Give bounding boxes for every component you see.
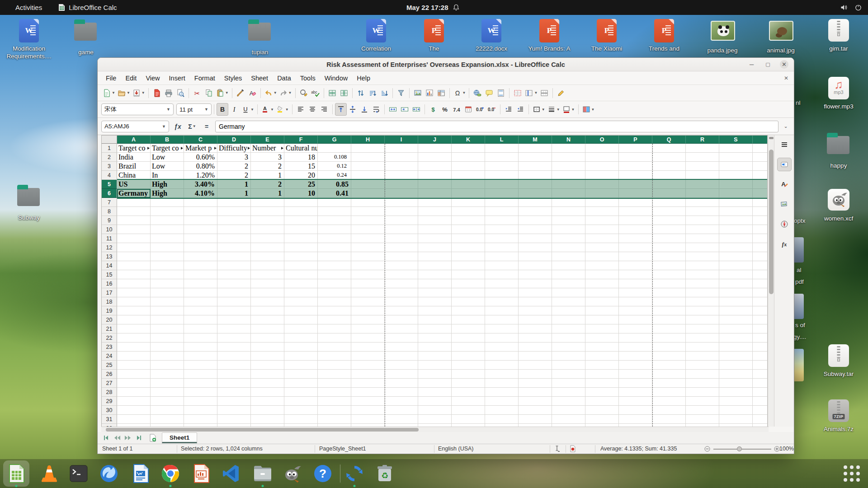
cell-M16[interactable] <box>519 279 552 288</box>
cell-L14[interactable] <box>485 261 519 270</box>
cell-I21[interactable] <box>385 324 418 333</box>
cell-R29[interactable] <box>686 397 719 406</box>
cell-T25[interactable] <box>753 361 768 370</box>
cell-Q27[interactable] <box>652 379 686 388</box>
column-header-F[interactable]: F <box>284 136 318 144</box>
cell-G15[interactable] <box>318 270 351 279</box>
cell-I1[interactable] <box>385 144 418 153</box>
cell-Q14[interactable] <box>652 261 686 270</box>
cell-S20[interactable] <box>719 315 753 324</box>
cell-A27[interactable] <box>117 379 151 388</box>
cell-D23[interactable] <box>217 343 251 352</box>
cell-R24[interactable] <box>686 352 719 361</box>
cell-A28[interactable] <box>117 388 151 397</box>
previous-sheet-icon[interactable] <box>112 433 122 442</box>
cell-Q30[interactable] <box>652 406 686 415</box>
cell-M9[interactable] <box>519 216 552 225</box>
cell-F20[interactable] <box>284 315 318 324</box>
cell-P18[interactable] <box>619 297 652 306</box>
cell-E5[interactable]: 2 <box>251 180 284 189</box>
cell-B27[interactable] <box>151 379 184 388</box>
cell-C5[interactable]: 3.40% <box>184 180 217 189</box>
row-header-3[interactable]: 3 <box>102 162 117 171</box>
save-button[interactable]: ▼ <box>131 87 146 99</box>
cell-N12[interactable] <box>552 243 585 252</box>
add-sheet-icon[interactable] <box>147 433 158 442</box>
cell-T16[interactable] <box>753 279 768 288</box>
cell-M26[interactable] <box>519 370 552 379</box>
cell-D30[interactable] <box>217 406 251 415</box>
cell-J31[interactable] <box>418 415 452 424</box>
increase-indent-button[interactable] <box>503 103 514 116</box>
cell-H3[interactable] <box>351 162 385 171</box>
cell-I6[interactable] <box>385 189 418 198</box>
cell-P11[interactable] <box>619 234 652 243</box>
cell-F6[interactable]: 10 <box>284 189 318 198</box>
cell-B25[interactable] <box>151 361 184 370</box>
cell-H5[interactable] <box>351 180 385 189</box>
hyperlink-button[interactable] <box>472 87 483 99</box>
cell-N25[interactable] <box>552 361 585 370</box>
cell-E17[interactable] <box>251 288 284 297</box>
cell-A9[interactable] <box>117 216 151 225</box>
cell-R1[interactable] <box>686 144 719 153</box>
cell-F21[interactable] <box>284 324 318 333</box>
clear-formatting-button[interactable]: A <box>246 87 258 99</box>
cell-C7[interactable] <box>184 198 217 207</box>
cell-S8[interactable] <box>719 207 753 216</box>
cell-N31[interactable] <box>552 415 585 424</box>
cell-L13[interactable] <box>485 252 519 261</box>
cell-T26[interactable] <box>753 370 768 379</box>
cell-N20[interactable] <box>552 315 585 324</box>
cell-K14[interactable] <box>452 261 485 270</box>
cell-F18[interactable] <box>284 297 318 306</box>
row-header-22[interactable]: 22 <box>102 333 117 343</box>
system-status-area[interactable] <box>840 4 862 11</box>
cell-Q25[interactable] <box>652 361 686 370</box>
cell-C8[interactable] <box>184 207 217 216</box>
cell-G3[interactable]: 0.12 <box>318 162 351 171</box>
desktop-icon-the[interactable]: PThe <box>409 19 459 53</box>
cell-O22[interactable] <box>585 333 619 343</box>
cell-N5[interactable] <box>552 180 585 189</box>
cell-E14[interactable] <box>251 261 284 270</box>
cell-O31[interactable] <box>585 415 619 424</box>
cell-H1[interactable] <box>351 144 385 153</box>
cell-I14[interactable] <box>385 261 418 270</box>
show-applications-icon[interactable] <box>841 463 863 484</box>
cell-E30[interactable] <box>251 406 284 415</box>
column-header-N[interactable]: N <box>552 136 585 144</box>
cell-R21[interactable] <box>686 324 719 333</box>
cell-S30[interactable] <box>719 406 753 415</box>
cell-Q18[interactable] <box>652 297 686 306</box>
cell-I7[interactable] <box>385 198 418 207</box>
cell-G8[interactable] <box>318 207 351 216</box>
row-header-5[interactable]: 5 <box>102 180 117 189</box>
cell-L1[interactable] <box>485 144 519 153</box>
cell-A22[interactable] <box>117 333 151 343</box>
cell-A29[interactable] <box>117 397 151 406</box>
cell-T14[interactable] <box>753 261 768 270</box>
cell-O9[interactable] <box>585 216 619 225</box>
cell-C16[interactable] <box>184 279 217 288</box>
cell-H27[interactable] <box>351 379 385 388</box>
cell-H25[interactable] <box>351 361 385 370</box>
column-header-E[interactable]: E <box>251 136 284 144</box>
cell-B19[interactable] <box>151 306 184 315</box>
cell-S23[interactable] <box>719 343 753 352</box>
cell-B21[interactable] <box>151 324 184 333</box>
cell-K13[interactable] <box>452 252 485 261</box>
cell-E7[interactable] <box>251 198 284 207</box>
focused-app-menu[interactable]: LibreOffice Calc <box>58 4 117 11</box>
column-header-K[interactable]: K <box>452 136 485 144</box>
row-header-30[interactable]: 30 <box>102 406 117 415</box>
cell-S29[interactable] <box>719 397 753 406</box>
cell-I13[interactable] <box>385 252 418 261</box>
cell-D8[interactable] <box>217 207 251 216</box>
cell-O29[interactable] <box>585 397 619 406</box>
row-header-8[interactable]: 8 <box>102 207 117 216</box>
cell-L21[interactable] <box>485 324 519 333</box>
cell-J4[interactable] <box>418 171 452 180</box>
dock-gimp[interactable] <box>279 460 305 487</box>
cell-S5[interactable] <box>719 180 753 189</box>
